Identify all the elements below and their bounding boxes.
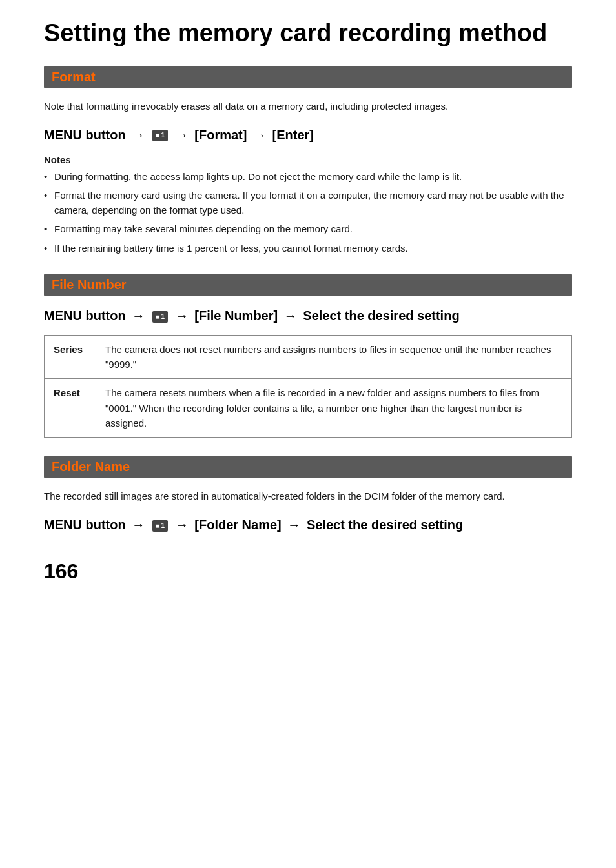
select-desired-label-2: Select the desired setting — [307, 518, 463, 532]
table-row: Series The camera does not reset numbers… — [45, 335, 572, 379]
format-section: Format Note that formatting irrevocably … — [44, 66, 572, 256]
series-label: Series — [45, 335, 96, 379]
menu-icon-1: ■ 1 — [152, 130, 168, 141]
list-item: If the remaining battery time is 1 perce… — [44, 241, 572, 256]
menu-icon-3: ■ 1 — [152, 520, 168, 532]
file-number-menu-path: MENU button → ■ 1 → [File Number] → Sele… — [44, 307, 572, 325]
arrow-7: → — [132, 518, 149, 532]
folder-name-menu-path: MENU button → ■ 1 → [Folder Name] → Sele… — [44, 516, 572, 534]
reset-description: The camera resets numbers when a file is… — [96, 379, 572, 438]
format-description: Note that formatting irrevocably erases … — [44, 99, 572, 114]
notes-list: During formatting, the access lamp light… — [44, 169, 572, 256]
notes-title: Notes — [44, 154, 572, 165]
arrow-6: → — [284, 308, 301, 323]
folder-name-description: The recorded still images are stored in … — [44, 489, 572, 504]
menu-icon-2: ■ 1 — [152, 311, 168, 323]
format-section-header: Format — [44, 66, 572, 88]
menu-button-label: MENU button — [44, 128, 126, 142]
list-item: Format the memory card using the camera.… — [44, 188, 572, 218]
series-description: The camera does not reset numbers and as… — [96, 335, 572, 379]
arrow-4: → — [132, 308, 149, 323]
list-item: During formatting, the access lamp light… — [44, 169, 572, 184]
format-menu-path: MENU button → ■ 1 → [Format] → [Enter] — [44, 126, 572, 144]
menu-button-label-2: MENU button — [44, 308, 126, 323]
select-desired-label: Select the desired setting — [303, 308, 459, 323]
page-title: Setting the memory card recording method — [44, 19, 572, 48]
folder-name-section-header: Folder Name — [44, 456, 572, 478]
file-number-section-header: File Number — [44, 274, 572, 296]
file-number-label: [File Number] — [194, 308, 278, 323]
folder-name-label: [Folder Name] — [194, 518, 281, 532]
arrow-8: → — [176, 518, 192, 532]
enter-label: [Enter] — [272, 128, 314, 142]
file-number-table: Series The camera does not reset numbers… — [44, 335, 572, 438]
arrow-3: → — [253, 128, 270, 142]
reset-label: Reset — [45, 379, 96, 438]
page-number: 166 — [44, 560, 572, 583]
arrow-2: → — [176, 128, 192, 142]
arrow-1: → — [132, 128, 149, 142]
notes-block: Notes During formatting, the access lamp… — [44, 154, 572, 256]
menu-button-label-3: MENU button — [44, 518, 126, 532]
arrow-5: → — [176, 308, 192, 323]
table-row: Reset The camera resets numbers when a f… — [45, 379, 572, 438]
list-item: Formatting may take several minutes depe… — [44, 221, 572, 236]
arrow-9: → — [287, 518, 304, 532]
file-number-section: File Number MENU button → ■ 1 → [File Nu… — [44, 274, 572, 438]
folder-name-section: Folder Name The recorded still images ar… — [44, 456, 572, 534]
format-label: [Format] — [194, 128, 247, 142]
